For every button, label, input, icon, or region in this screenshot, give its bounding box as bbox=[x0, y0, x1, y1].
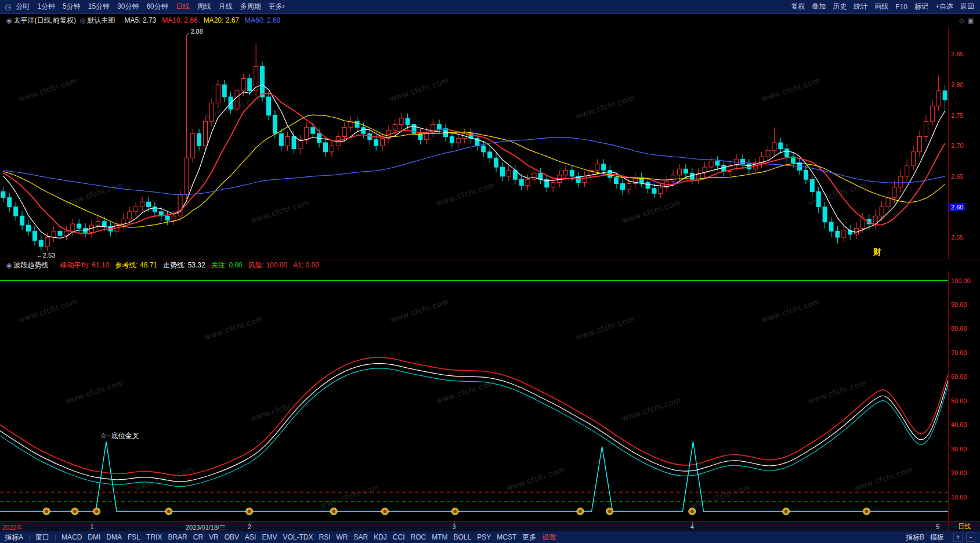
price-label-2.75: 2.75 bbox=[951, 111, 963, 120]
toolbar-action-历史[interactable]: 历史 bbox=[833, 2, 847, 12]
indicator-tab-WR[interactable]: WR bbox=[336, 533, 348, 541]
price-label-2.85: 2.85 bbox=[951, 50, 963, 58]
bottombar-right-模板[interactable]: 模板 bbox=[930, 533, 944, 542]
toolbar-action-叠加[interactable]: 叠加 bbox=[812, 2, 826, 12]
panel-maximize-icon[interactable]: ▣ bbox=[968, 17, 974, 24]
indicator-params: 移动平均: 61.10参考线: 48.71走势线: 53.32关注: 0.00风… bbox=[55, 260, 319, 270]
indicator-param: 走势线: 53.32 bbox=[163, 260, 205, 270]
stock-app-window: ◷ 分时1分钟5分钟15分钟30分钟60分钟日线周线月线多周期更多› 复权叠加历… bbox=[0, 0, 980, 543]
indicator-tab-SAR[interactable]: SAR bbox=[353, 533, 368, 541]
indicator-tab-CCI[interactable]: CCI bbox=[393, 533, 405, 541]
period-tab-1分钟[interactable]: 1分钟 bbox=[37, 2, 55, 12]
indicator-line-移动平均 bbox=[0, 357, 948, 476]
period-tab-5分钟[interactable]: 5分钟 bbox=[63, 2, 81, 12]
indicator-tab-BOLL[interactable]: BOLL bbox=[454, 533, 472, 541]
period-tab-更多›[interactable]: 更多› bbox=[269, 2, 285, 12]
indicator-tab-FSL[interactable]: FSL bbox=[128, 533, 140, 541]
indicator-tabs: 指标A窗口MACDDMIDMAFSLTRIXBRARCRVROBVASIEMVV… bbox=[5, 533, 562, 542]
toolbar-actions-menu: 复权叠加历史统计画线F10标记+自选返回 bbox=[784, 2, 974, 12]
top-toolbar: ◷ 分时1分钟5分钟15分钟30分钟60分钟日线周线月线多周期更多› 复权叠加历… bbox=[0, 0, 980, 14]
price-label-2.80: 2.80 bbox=[951, 81, 963, 89]
settings-button[interactable]: 设置 bbox=[542, 533, 556, 542]
indicator-scale-40: 40.00 bbox=[951, 421, 967, 429]
logo-watermark-text: 财 bbox=[873, 247, 881, 258]
candle-series bbox=[1, 36, 947, 252]
bottombar-right-group: 指标B模板+- bbox=[906, 533, 975, 542]
indicator-scale-10: 10.00 bbox=[951, 493, 967, 501]
indicator-tab-PSY[interactable]: PSY bbox=[477, 533, 491, 541]
indicator-plot[interactable]: www.cfchi.comwww.cfchi.comwww.cfchi.comw… bbox=[0, 271, 948, 521]
indicator-tab-BRAR[interactable]: BRAR bbox=[168, 533, 187, 541]
price-label-2.55: 2.55 bbox=[951, 233, 963, 241]
collapse-indicator-icon[interactable]: ◉ bbox=[6, 262, 12, 269]
indicator-scale-70: 70.00 bbox=[951, 349, 967, 357]
stock-title: 太平洋(日线,前复权) bbox=[14, 16, 76, 26]
indicator-tab-MTM[interactable]: MTM bbox=[432, 533, 447, 541]
period-tab-多周期[interactable]: 多周期 bbox=[240, 2, 261, 12]
toolbar-action-统计[interactable]: 统计 bbox=[854, 2, 867, 12]
indicator-tab-MACD[interactable]: MACD bbox=[62, 533, 82, 541]
period-tab-30分钟[interactable]: 30分钟 bbox=[117, 2, 139, 12]
separator bbox=[29, 534, 30, 541]
timeline-year: 2022年 bbox=[2, 523, 23, 532]
timeline-tick bbox=[92, 522, 92, 524]
golden-cross-annotation: ☆--底位金叉 bbox=[100, 432, 139, 440]
indicator-tab-VOL-TDX[interactable]: VOL-TDX bbox=[283, 533, 313, 541]
period-tab-分时[interactable]: 分时 bbox=[16, 2, 30, 12]
indicator-tab-TRIX[interactable]: TRIX bbox=[146, 533, 162, 541]
indicator-tab-VR[interactable]: VR bbox=[209, 533, 219, 541]
period-tab-周线[interactable]: 周线 bbox=[197, 2, 211, 12]
overlay-icon[interactable]: ◎ bbox=[80, 17, 86, 24]
timeline-label-4: 4 bbox=[690, 523, 694, 530]
toolbar-action-返回[interactable]: 返回 bbox=[960, 2, 974, 12]
indicator-param: 移动平均: 61.10 bbox=[60, 260, 110, 270]
bottombar-right-指标B[interactable]: 指标B bbox=[906, 533, 924, 542]
toolbar-action-画线[interactable]: 画线 bbox=[874, 2, 888, 12]
indicator-tab-MCST[interactable]: MCST bbox=[497, 533, 516, 541]
indicator-tab-OBV[interactable]: OBV bbox=[225, 533, 239, 541]
indicator-tab-RSI[interactable]: RSI bbox=[319, 533, 330, 541]
ma-label: MA10: 2.66 bbox=[162, 16, 197, 24]
price-label-2.65: 2.65 bbox=[951, 172, 963, 180]
indicator-tab-DMI[interactable]: DMI bbox=[88, 533, 100, 541]
indicator-tab-DMA[interactable]: DMA bbox=[106, 533, 122, 541]
indicator-param: 关注: 0.00 bbox=[211, 260, 243, 270]
indicator-scale-100: 100.00 bbox=[951, 277, 971, 285]
annotation-high-price: 2.88 bbox=[190, 28, 202, 35]
indicator-scale-90: 90.00 bbox=[951, 301, 967, 309]
annotation-low-price: ←2.53 bbox=[37, 252, 55, 259]
indicator-tab-CR[interactable]: CR bbox=[193, 533, 203, 541]
overlay-label: 默认主图 bbox=[88, 16, 115, 26]
indicator-tab-EMV[interactable]: EMV bbox=[262, 533, 277, 541]
period-tab-15分钟[interactable]: 15分钟 bbox=[88, 2, 110, 12]
timeline-label-1: 1 bbox=[90, 523, 93, 530]
bottombar-指标A[interactable]: 指标A bbox=[5, 533, 23, 542]
period-tab-日线[interactable]: 日线 bbox=[176, 2, 190, 12]
timeline-axis[interactable]: 2022年 12023/01/18/三2345 bbox=[0, 521, 948, 531]
bottombar-right-+[interactable]: + bbox=[953, 533, 963, 542]
indicator-tab-KDJ[interactable]: KDJ bbox=[374, 533, 387, 541]
timeline-label-2: 2 bbox=[248, 523, 251, 530]
bottombar-窗口[interactable]: 窗口 bbox=[35, 533, 49, 542]
toolbar-action-复权[interactable]: 复权 bbox=[791, 2, 805, 12]
indicator-tab-ASI[interactable]: ASI bbox=[245, 533, 256, 541]
main-chart-plot[interactable]: www.cfchi.comwww.cfchi.comwww.cfchi.comw… bbox=[0, 27, 948, 259]
indicator-param: 参考线: 48.71 bbox=[115, 260, 157, 270]
ma-label: MA60: 2.68 bbox=[245, 16, 280, 24]
indicator-line-走势线 bbox=[0, 368, 948, 487]
bottombar-right--[interactable]: - bbox=[966, 533, 975, 542]
candlestick-chart: 2.88←2.53 bbox=[0, 27, 948, 259]
toolbar-action-+自选[interactable]: +自选 bbox=[935, 2, 953, 12]
toolbar-action-F10[interactable]: F10 bbox=[895, 3, 907, 11]
collapse-main-icon[interactable]: ◉ bbox=[6, 17, 12, 24]
toolbar-action-标记[interactable]: 标记 bbox=[914, 2, 928, 12]
period-tab-60分钟[interactable]: 60分钟 bbox=[146, 2, 168, 12]
timeline-tick bbox=[692, 522, 693, 524]
indicator-tab-更多[interactable]: 更多 bbox=[522, 533, 536, 542]
diamond-icon[interactable]: ◇ bbox=[959, 17, 964, 24]
period-tab-月线[interactable]: 月线 bbox=[219, 2, 233, 12]
indicator-tab-ROC[interactable]: ROC bbox=[411, 533, 426, 541]
price-label-2.60: 2.60 bbox=[949, 203, 965, 211]
period-menu: 分时1分钟5分钟15分钟30分钟60分钟日线周线月线多周期更多› bbox=[16, 2, 292, 12]
timeline-tick bbox=[938, 522, 938, 524]
